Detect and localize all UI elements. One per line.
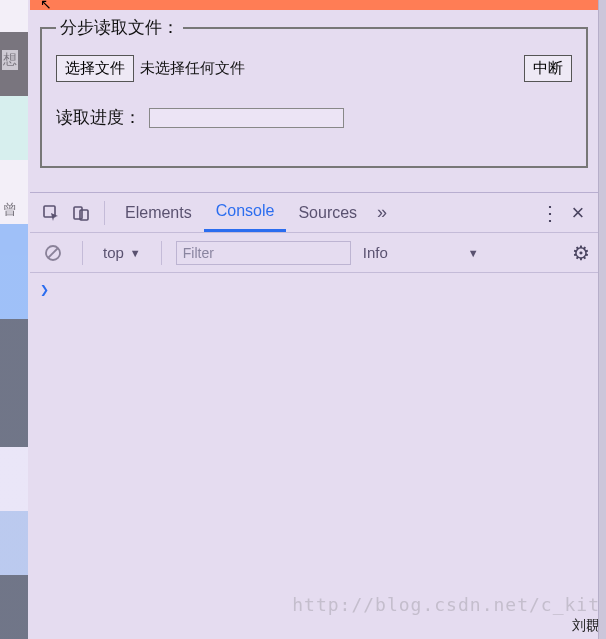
fieldset-legend: 分步读取文件： bbox=[56, 16, 183, 39]
abort-button[interactable]: 中断 bbox=[524, 55, 572, 82]
tab-sources[interactable]: Sources bbox=[286, 193, 369, 232]
devtools-close-icon[interactable]: × bbox=[564, 200, 592, 226]
chevron-down-icon: ▼ bbox=[468, 247, 479, 259]
page-content: 分步读取文件： 选择文件 未选择任何文件 中断 读取进度： bbox=[30, 10, 598, 192]
tab-console[interactable]: Console bbox=[204, 193, 287, 232]
context-selector[interactable]: top ▼ bbox=[97, 242, 147, 263]
device-toolbar-icon[interactable] bbox=[70, 202, 92, 224]
window-right-edge bbox=[598, 0, 606, 639]
file-status-text: 未选择任何文件 bbox=[140, 59, 245, 78]
separator bbox=[104, 201, 105, 225]
console-prompt-icon: ❯ bbox=[40, 281, 49, 299]
devtools-tabbar: Elements Console Sources » ⋮ × bbox=[30, 193, 598, 233]
devtools-panel: Elements Console Sources » ⋮ × top ▼ Inf… bbox=[30, 192, 598, 637]
separator bbox=[82, 241, 83, 265]
filter-input[interactable] bbox=[176, 241, 351, 265]
svg-rect-1 bbox=[74, 207, 82, 219]
progress-bar bbox=[149, 108, 344, 128]
devtools-menu-icon[interactable]: ⋮ bbox=[536, 201, 564, 225]
svg-line-4 bbox=[48, 248, 58, 258]
console-body[interactable]: ❯ bbox=[30, 273, 598, 307]
tabs-overflow-icon[interactable]: » bbox=[369, 202, 395, 223]
choose-file-button[interactable]: 选择文件 bbox=[56, 55, 134, 82]
inspect-element-icon[interactable] bbox=[40, 202, 62, 224]
browser-top-bar: ↖ bbox=[30, 0, 598, 10]
clear-console-icon[interactable] bbox=[42, 242, 64, 264]
console-toolbar: top ▼ Info ▼ ⚙ bbox=[30, 233, 598, 273]
progress-label: 读取进度： bbox=[56, 106, 141, 129]
log-level-label: Info bbox=[363, 244, 388, 261]
tab-elements[interactable]: Elements bbox=[113, 193, 204, 232]
bg-char-2: 曾 bbox=[2, 200, 18, 220]
file-read-fieldset: 分步读取文件： 选择文件 未选择任何文件 中断 读取进度： bbox=[40, 16, 588, 168]
separator bbox=[161, 241, 162, 265]
log-level-selector[interactable]: Info ▼ bbox=[357, 242, 485, 263]
chevron-down-icon: ▼ bbox=[130, 247, 141, 259]
bg-char-1: 想 bbox=[2, 50, 18, 70]
file-row: 选择文件 未选择任何文件 中断 bbox=[56, 55, 572, 82]
progress-row: 读取进度： bbox=[56, 106, 572, 129]
desktop-background-strip: 想 曾 bbox=[0, 0, 28, 639]
context-label: top bbox=[103, 244, 124, 261]
console-settings-icon[interactable]: ⚙ bbox=[572, 241, 590, 265]
